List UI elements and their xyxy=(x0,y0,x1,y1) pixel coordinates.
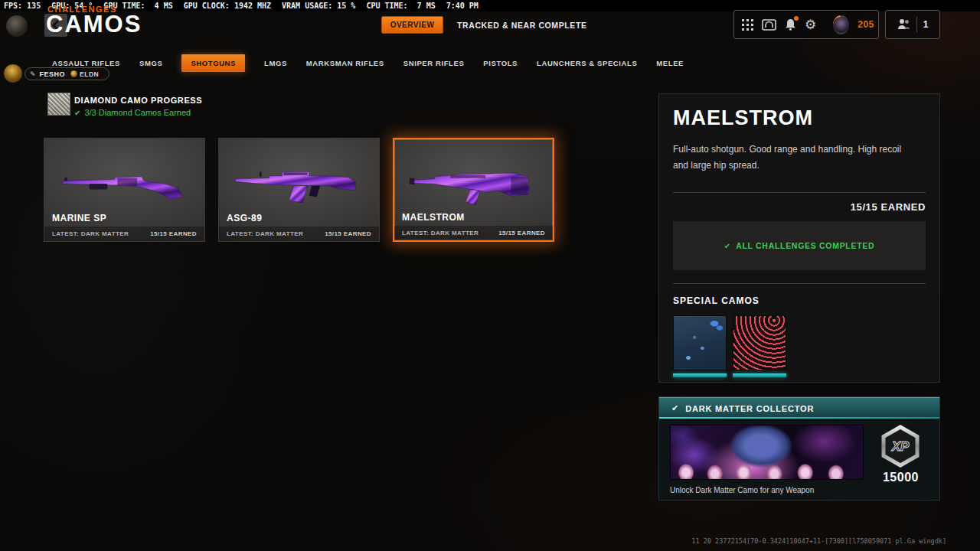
special-camos-heading: SPECIAL CAMOS xyxy=(673,295,926,306)
weapon-image-marine-sp xyxy=(58,154,192,215)
weapon-latest-camo: LATEST: DARK MATTER xyxy=(52,230,129,237)
page-title: CAMOS xyxy=(46,11,142,38)
special-camo-red-swirl[interactable] xyxy=(733,315,786,377)
showcase-icon[interactable] xyxy=(762,19,776,31)
divider xyxy=(916,17,917,32)
check-icon: ✔ xyxy=(724,242,730,250)
weapon-latest-camo: LATEST: DARK MATTER xyxy=(402,230,479,236)
check-icon: ✔ xyxy=(74,109,80,117)
xp-badge-icon: XP xyxy=(880,425,921,468)
detail-earned-count: 15/15 EARNED xyxy=(673,201,926,213)
weapon-earned-count: 15/15 EARNED xyxy=(325,230,371,237)
special-camo-red-swirl-image xyxy=(733,315,786,370)
grid-menu-icon[interactable] xyxy=(742,19,753,31)
divider xyxy=(673,192,926,193)
clan-icon xyxy=(70,70,77,77)
detail-weapon-title: MAELSTROM xyxy=(673,106,926,130)
detail-weapon-description: Full-auto shotgun. Good range and handli… xyxy=(673,142,918,174)
player-nameplate: ✎ FESHO ELDN xyxy=(24,67,109,80)
special-camo-butterfly-image xyxy=(673,315,727,370)
collector-header: ✔ DARK MATTER COLLECTOR xyxy=(659,397,939,419)
collector-body: XP 15000 xyxy=(659,419,939,484)
special-camos-row xyxy=(673,315,926,377)
notification-dot xyxy=(794,16,799,21)
clock-time: 7:40 PM xyxy=(446,2,479,10)
collector-subtitle: Unlock Dark Matter Camo for any Weapon xyxy=(670,486,814,494)
pencil-icon: ✎ xyxy=(30,70,36,78)
all-challenges-completed-box: ✔ ALL CHALLENGES COMPLETED xyxy=(673,221,926,270)
diamond-progress-status: ✔ 3/3 Diamond Camos Earned xyxy=(74,108,191,117)
all-challenges-completed-text: ALL CHALLENGES COMPLETED xyxy=(736,241,874,250)
tab-melee[interactable]: MELEE xyxy=(656,59,684,67)
weapon-image-maelstrom xyxy=(408,155,542,216)
hud-icon-cluster: ⚙ 205 xyxy=(733,10,879,39)
prestige-emblem-art xyxy=(833,17,849,33)
special-camo-progress-bar xyxy=(673,373,727,377)
tab-smgs[interactable]: SMGS xyxy=(139,59,162,67)
diamond-progress-title: DIAMOND CAMO PROGRESS xyxy=(74,96,202,105)
fps-stat: FPS: 135 xyxy=(4,2,41,10)
prestige-emblem-icon[interactable] xyxy=(833,15,849,34)
tab-marksman-rifles[interactable]: MARKSMAN RIFLES xyxy=(306,59,384,67)
tab-sniper-rifles[interactable]: SNIPER RIFLES xyxy=(403,59,465,67)
xp-badge-label: XP xyxy=(891,439,910,454)
weapon-class-tabs: ASSAULT RIFLES SMGS SHOTGUNS LMGS MARKSM… xyxy=(52,54,684,72)
weapon-detail-panel: MAELSTROM Full-auto shotgun. Good range … xyxy=(658,93,940,383)
vram-stat: VRAM USAGE: 15 % xyxy=(282,2,355,10)
weapon-name: MAELSTROM xyxy=(402,212,465,223)
check-icon: ✔ xyxy=(671,403,678,413)
card-footer: LATEST: DARK MATTER 15/15 EARNED xyxy=(219,227,379,241)
cpu-time-stat: CPU TIME: 7 MS xyxy=(366,2,435,10)
weapon-earned-count: 15/15 EARNED xyxy=(498,230,545,236)
weapon-name: ASG-89 xyxy=(227,213,262,223)
players-icon xyxy=(897,18,910,31)
weapon-card-marine-sp[interactable]: MARINE SP LATEST: DARK MATTER 15/15 EARN… xyxy=(44,138,205,242)
card-footer: LATEST: DARK MATTER 15/15 EARNED xyxy=(44,227,204,241)
dark-matter-artwork xyxy=(670,425,864,480)
weapon-name: MARINE SP xyxy=(52,213,106,223)
nameplate-emblem xyxy=(3,64,23,83)
tab-lmgs[interactable]: LMGS xyxy=(264,59,287,67)
player-name: FESHO xyxy=(40,70,66,78)
player-level-value: 205 xyxy=(858,19,874,30)
gpu-clock-stat: GPU CLOCK: 1942 MHZ xyxy=(184,2,271,10)
xp-reward-amount: 15000 xyxy=(883,471,919,484)
special-camo-progress-bar xyxy=(733,373,786,377)
tab-launchers-specials[interactable]: LAUNCHERS & SPECIALS xyxy=(537,59,637,67)
clan-tag-chip: ELDN xyxy=(69,70,103,79)
dark-matter-collector-panel[interactable]: ✔ DARK MATTER COLLECTOR XP 15000 Unlock … xyxy=(658,396,940,500)
weapon-earned-count: 15/15 EARNED xyxy=(150,230,197,237)
weapon-card-maelstrom[interactable]: MAELSTROM LATEST: DARK MATTER 15/15 EARN… xyxy=(393,138,554,242)
diamond-progress-text: 3/3 Diamond Camos Earned xyxy=(84,108,191,117)
tab-pistols[interactable]: PISTOLS xyxy=(483,59,518,67)
weapon-image-asg-89 xyxy=(233,154,367,215)
card-footer: LATEST: DARK MATTER 15/15 EARNED xyxy=(394,226,553,240)
party-count: 1 xyxy=(923,19,929,30)
weapon-latest-camo: LATEST: DARK MATTER xyxy=(227,230,303,237)
build-version: 11 20 23772154[70-0.3424]10647+11-[7300]… xyxy=(691,537,946,545)
camos-screen: FPS: 135 GPU: 54 ° GPU TIME: 4 MS GPU CL… xyxy=(0,0,980,551)
divider xyxy=(673,283,926,284)
tab-overview[interactable]: OVERVIEW xyxy=(381,16,443,34)
tab-shotguns[interactable]: SHOTGUNS xyxy=(181,54,245,72)
collector-reward: XP 15000 xyxy=(871,425,930,484)
collector-title: DARK MATTER COLLECTOR xyxy=(685,404,814,413)
notifications-bell-icon[interactable] xyxy=(785,18,796,31)
clan-tag: ELDN xyxy=(80,70,99,78)
tab-tracked-near-complete[interactable]: TRACKED & NEAR COMPLETE xyxy=(457,16,587,34)
party-widget[interactable]: 1 xyxy=(885,10,940,39)
diamond-camo-swatch xyxy=(47,93,70,116)
special-camo-butterfly[interactable] xyxy=(673,315,727,377)
avatar xyxy=(6,15,28,37)
settings-gear-icon[interactable]: ⚙ xyxy=(805,18,816,31)
weapon-card-asg-89[interactable]: ASG-89 LATEST: DARK MATTER 15/15 EARNED xyxy=(218,138,380,242)
tab-assault-rifles[interactable]: ASSAULT RIFLES xyxy=(52,59,120,67)
